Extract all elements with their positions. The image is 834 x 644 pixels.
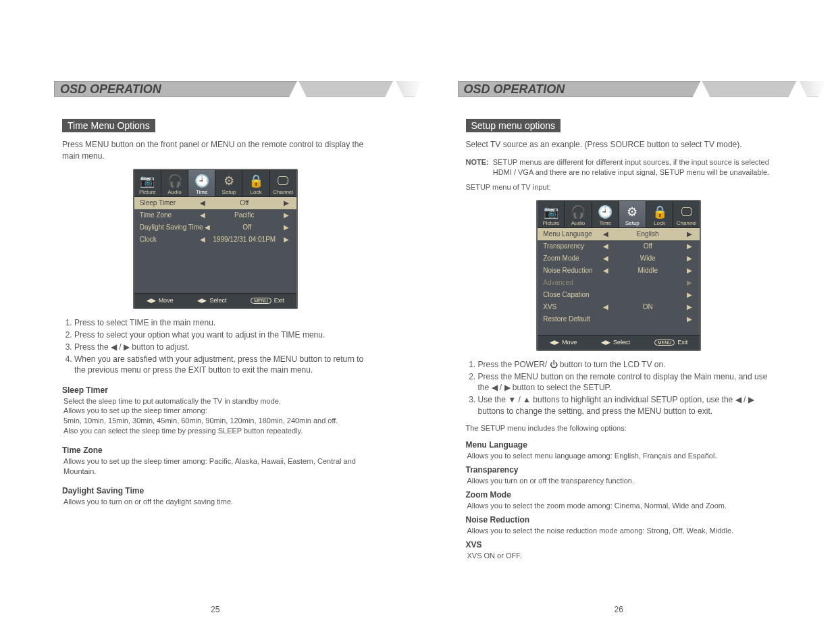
osd-row-label: Restore Default	[543, 315, 601, 323]
section-body: Allows you to set up the sleep timer amo…	[63, 456, 369, 477]
sections-right: Menu LanguageAllows you to select menu l…	[458, 440, 781, 560]
osd-row[interactable]: XVS◀ON▶	[538, 301, 700, 313]
section-body: Select the sleep time to put automatical…	[63, 396, 369, 436]
osd-tab-audio[interactable]: 🎧Audio	[161, 170, 188, 196]
arrow-right-icon: ▶	[282, 199, 291, 207]
intro-right: Select TV source as an exanple. (Press S…	[466, 139, 773, 151]
arrow-right-icon: ▶	[685, 291, 694, 298]
osd-row[interactable]: Advanced▶	[538, 277, 700, 289]
time-icon: 🕘	[592, 204, 619, 220]
picture-icon: 📷	[538, 204, 564, 220]
osd-row[interactable]: Zoom Mode◀Wide▶	[538, 252, 700, 265]
arrow-right-icon: ▶	[685, 303, 694, 311]
subheading-time: Time Menu Options	[62, 119, 155, 132]
osd-row-value: English	[610, 230, 685, 238]
arrow-left-icon: ◀	[601, 242, 610, 250]
osd-tab-label: Lock	[654, 220, 665, 226]
osd-row[interactable]: Clock◀1999/12/31 04:01PM▶	[134, 234, 296, 246]
osd-row-label: Noise Reduction	[543, 267, 601, 274]
osd-row-label: Clock	[140, 236, 198, 243]
channel-icon: 🖵	[673, 204, 700, 220]
osd-spacer	[538, 325, 700, 335]
osd-row[interactable]: Sleep Timer◀Off▶	[134, 197, 296, 209]
osd-row[interactable]: Noise Reduction◀Middle▶	[538, 265, 700, 277]
sections-left: Sleep TimerSelect the sleep time to put …	[54, 385, 377, 507]
description-section: Zoom ModeAllows you to select the zoom m…	[466, 490, 773, 511]
arrow-left-icon: ◀	[601, 303, 610, 311]
osd-footer-left: ◀▶Move ◀▶Select MENUExit	[134, 293, 296, 308]
banner-title: OSD OPERATION	[458, 81, 701, 97]
osd-tab-label: Time	[196, 189, 207, 195]
osd-row-label: Sleep Timer	[140, 199, 198, 207]
osd-spacer	[134, 246, 296, 293]
arrow-right-icon: ▶	[685, 254, 694, 262]
arrow-right-icon: ▶	[685, 230, 694, 238]
footer-exit: MENUExit	[251, 297, 284, 304]
osd-row-label: Close Capation	[543, 291, 601, 298]
note-label: NOTE:	[466, 157, 489, 178]
osd-row-value: Off	[610, 242, 685, 250]
osd-tab-channel[interactable]: 🖵Channel	[270, 170, 296, 196]
osd-tab-label: Time	[599, 220, 610, 226]
section-title: Transparency	[466, 465, 773, 475]
footer-move: ◀▶Move	[550, 339, 577, 346]
audio-icon: 🎧	[161, 173, 188, 189]
section-title: Noise Reduction	[466, 515, 773, 525]
osd-time-menu: 📷Picture🎧Audio🕘Time⚙Setup🔒Lock🖵Channel S…	[133, 169, 298, 309]
arrow-left-icon: ◀	[198, 236, 207, 243]
section-title: Menu Language	[466, 440, 773, 450]
osd-row[interactable]: Restore Default▶	[538, 313, 700, 325]
osd-tab-time[interactable]: 🕘Time	[188, 170, 215, 196]
arrow-left-icon: ◀	[601, 230, 610, 238]
osd-tab-label: Audio	[167, 189, 181, 195]
osd-tab-lock[interactable]: 🔒Lock	[646, 201, 673, 227]
osd-tab-lock[interactable]: 🔒Lock	[242, 170, 269, 196]
osd-row-label: Daylight Saving Time	[140, 223, 203, 231]
osd-tab-label: Channel	[273, 189, 293, 195]
section-body: Allows you to select the noise reduction…	[467, 526, 773, 536]
osd-row-label: Time Zone	[140, 211, 198, 219]
banner-right: OSD OPERATION	[458, 81, 781, 99]
osd-tab-setup[interactable]: ⚙Setup	[215, 170, 242, 196]
osd-row-value: Off	[212, 223, 282, 231]
arrow-right-icon: ▶	[282, 211, 291, 219]
osd-row[interactable]: Daylight Saving Time◀Off▶	[134, 221, 296, 234]
description-section: Menu LanguageAllows you to select menu l…	[466, 440, 773, 461]
description-section: Time ZoneAllows you to set up the sleep …	[62, 446, 369, 477]
osd-rows-left: Sleep Timer◀Off▶Time Zone◀Pacific▶Daylig…	[134, 197, 296, 246]
osd-tab-channel[interactable]: 🖵Channel	[673, 201, 700, 227]
page-right: OSD OPERATION Setup menu options Select …	[417, 81, 835, 594]
arrow-left-icon: ◀	[601, 267, 610, 274]
osd-tab-picture[interactable]: 📷Picture	[134, 170, 161, 196]
description-section: XVSXVS ON or OFF.	[466, 540, 773, 561]
osd-row-label: Advanced	[543, 279, 601, 286]
banner-tail2	[800, 81, 827, 97]
osd-row[interactable]: Close Capation▶	[538, 289, 700, 301]
section-title: Time Zone	[62, 446, 369, 455]
osd-tab-time[interactable]: 🕘Time	[592, 201, 619, 227]
osd-tab-label: Setup	[221, 189, 236, 195]
osd-row-value: Middle	[610, 267, 685, 274]
osd-row[interactable]: Transparency◀Off▶	[538, 240, 700, 252]
step-item: Press the ◀ / ▶ button to adjust.	[74, 342, 369, 352]
osd-row-label: Menu Language	[543, 230, 601, 238]
arrow-right-icon: ▶	[685, 315, 694, 323]
osd-tabs-right: 📷Picture🎧Audio🕘Time⚙Setup🔒Lock🖵Channel	[538, 201, 700, 228]
description-section: Daylight Saving TimeAllows you to turn o…	[62, 486, 369, 507]
time-icon: 🕘	[188, 173, 215, 189]
footer-exit: MENUExit	[654, 339, 688, 346]
osd-tab-picture[interactable]: 📷Picture	[538, 201, 565, 227]
arrow-left-icon: ◀	[203, 223, 212, 231]
osd-tab-setup[interactable]: ⚙Setup	[619, 201, 646, 227]
banner-left: OSD OPERATION	[54, 81, 377, 99]
footer-move: ◀▶Move	[147, 297, 174, 304]
setup-icon: ⚙	[619, 204, 646, 220]
osd-row-label: Zoom Mode	[543, 254, 601, 262]
arrow-right-icon: ▶	[282, 236, 291, 243]
pagenum-left: 25	[54, 605, 377, 614]
osd-row-value: 1999/12/31 04:01PM	[207, 236, 282, 243]
osd-row[interactable]: Time Zone◀Pacific▶	[134, 209, 296, 221]
osd-row-value: ON	[610, 303, 685, 311]
osd-tab-audio[interactable]: 🎧Audio	[565, 201, 592, 227]
osd-row[interactable]: Menu Language◀English▶	[538, 228, 700, 240]
